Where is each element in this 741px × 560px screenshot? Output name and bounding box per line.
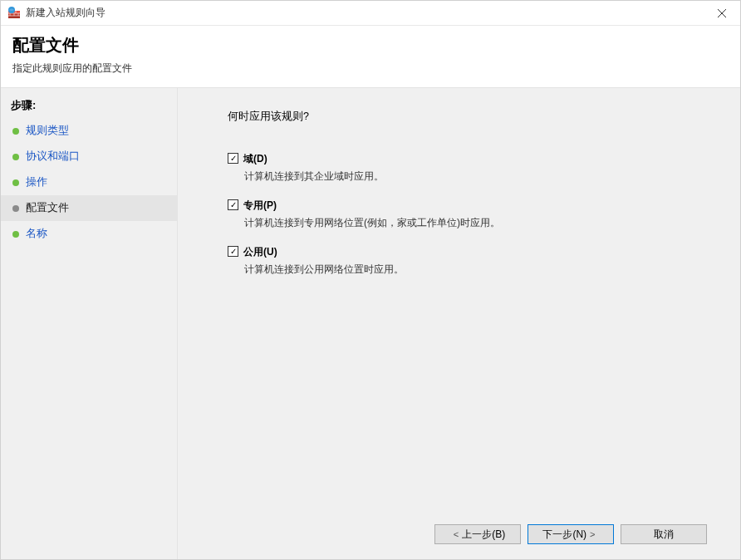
sidebar-step-name[interactable]: 名称: [1, 221, 177, 247]
checkbox-label: 专用(P): [243, 199, 277, 213]
sidebar-step-rule-type[interactable]: 规则类型: [1, 118, 177, 144]
checkbox-desc: 计算机连接到专用网络位置(例如，家或工作单位)时应用。: [244, 216, 724, 230]
step-bullet-icon: [12, 231, 19, 238]
profile-option-domain: ✓域(D): [228, 152, 724, 166]
checkbox-private[interactable]: ✓: [228, 199, 238, 210]
checkbox-label: 公用(U): [243, 245, 277, 259]
next-button-label: 下一步(N): [542, 528, 586, 542]
step-label: 配置文件: [26, 201, 69, 215]
window-title: 新建入站规则向导: [26, 6, 106, 20]
firewall-icon: [7, 7, 21, 20]
wizard-footer: < 上一步(B) 下一步(N) > 取消: [228, 513, 724, 559]
back-button[interactable]: < 上一步(B): [434, 524, 521, 544]
step-label: 协议和端口: [26, 150, 80, 164]
step-bullet-icon: [12, 128, 19, 135]
cancel-button[interactable]: 取消: [621, 524, 707, 544]
step-bullet-icon: [12, 179, 19, 186]
next-button[interactable]: 下一步(N) >: [528, 524, 614, 544]
profile-option-private: ✓专用(P): [228, 199, 724, 213]
step-bullet-icon: [12, 154, 19, 160]
chevron-right-icon: >: [590, 529, 595, 539]
page-title: 配置文件: [12, 34, 729, 56]
profile-option-public: ✓公用(U): [228, 245, 724, 259]
close-icon: [718, 9, 726, 17]
titlebar: 新建入站规则向导: [1, 1, 740, 26]
sidebar-step-protocol-port[interactable]: 协议和端口: [1, 144, 177, 169]
wizard-body: 步骤: 规则类型协议和端口操作配置文件名称 何时应用该规则? ✓域(D)计算机连…: [1, 87, 740, 559]
content-question: 何时应用该规则?: [228, 110, 724, 124]
checkbox-desc: 计算机连接到公用网络位置时应用。: [244, 263, 724, 277]
cancel-button-label: 取消: [654, 528, 674, 542]
sidebar-step-profile[interactable]: 配置文件: [1, 195, 177, 221]
step-label: 名称: [26, 227, 47, 241]
sidebar-step-action[interactable]: 操作: [1, 169, 177, 195]
content-pane: 何时应用该规则? ✓域(D)计算机连接到其企业域时应用。✓专用(P)计算机连接到…: [177, 88, 740, 559]
svg-rect-2: [8, 16, 20, 18]
checkmark-icon: ✓: [230, 201, 237, 209]
back-button-label: 上一步(B): [462, 528, 505, 542]
page-subtitle: 指定此规则应用的配置文件: [12, 61, 729, 76]
checkmark-icon: ✓: [230, 248, 237, 256]
checkmark-icon: ✓: [230, 155, 237, 163]
step-label: 规则类型: [26, 124, 69, 138]
close-button[interactable]: [703, 1, 740, 26]
checkbox-desc: 计算机连接到其企业域时应用。: [244, 169, 724, 184]
steps-heading: 步骤:: [1, 95, 177, 118]
checkbox-label: 域(D): [243, 152, 267, 166]
checkbox-public[interactable]: ✓: [228, 246, 238, 257]
wizard-header: 配置文件 指定此规则应用的配置文件: [1, 26, 740, 87]
chevron-left-icon: <: [454, 529, 459, 539]
step-bullet-icon: [12, 205, 19, 212]
steps-sidebar: 步骤: 规则类型协议和端口操作配置文件名称: [1, 88, 177, 559]
step-label: 操作: [26, 175, 47, 189]
checkbox-domain[interactable]: ✓: [228, 153, 238, 164]
